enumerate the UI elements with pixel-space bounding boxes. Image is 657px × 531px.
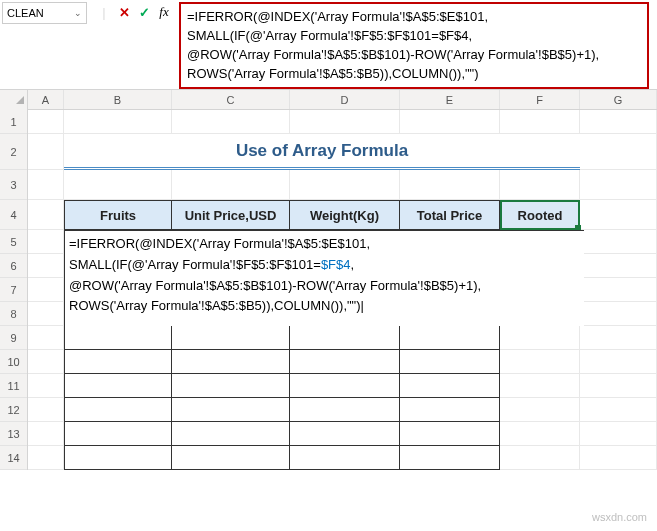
accept-icon[interactable]: ✓ [135, 5, 153, 20]
name-box-value: CLEAN [7, 7, 44, 19]
col-header-g[interactable]: G [580, 90, 657, 109]
col-header-d[interactable]: D [290, 90, 400, 109]
cell-formula-line-3: @ROW('Array Formula'!$A$5:$B$101)-ROW('A… [69, 276, 580, 297]
cells-area[interactable]: Use of Array Formula Fruits Unit Price,U… [28, 110, 657, 470]
cancel-icon[interactable]: ✕ [115, 5, 133, 20]
col-header-b[interactable]: B [64, 90, 172, 109]
table-row[interactable] [64, 446, 500, 470]
formula-line-2: SMALL(IF(@'Array Formula'!$F$5:$F$101=$F… [187, 27, 641, 46]
row-header-1[interactable]: 1 [0, 110, 27, 134]
cell-formula-line-4: ROWS('Array Formula'!$A$5:$B5)),COLUMN()… [69, 296, 580, 317]
col-header-f[interactable]: F [500, 90, 580, 109]
row-header-14[interactable]: 14 [0, 446, 27, 470]
row-header-12[interactable]: 12 [0, 398, 27, 422]
formula-bar-input[interactable]: =IFERROR(@INDEX('Array Formula'!$A$5:$E$… [179, 2, 649, 89]
cell-formula-line-2: SMALL(IF(@'Array Formula'!$F$5:$F$101=$F… [69, 255, 580, 276]
in-cell-formula-edit[interactable]: =IFERROR(@INDEX('Array Formula'!$A$5:$E$… [64, 230, 584, 326]
page-title: Use of Array Formula [64, 134, 580, 170]
th-total-price: Total Price [400, 200, 500, 230]
table-row[interactable] [64, 374, 500, 398]
table-header-row: Fruits Unit Price,USD Weight(Kg) Total P… [64, 200, 580, 230]
column-headers: A B C D E F G [0, 90, 657, 110]
grid: 1 2 3 4 5 6 7 8 9 10 11 12 13 14 Use of … [0, 110, 657, 470]
th-unit-price: Unit Price,USD [172, 200, 290, 230]
table-row[interactable] [64, 350, 500, 374]
th-rooted-active-cell[interactable]: Rooted [500, 200, 580, 230]
separator: | [95, 5, 113, 20]
row-header-8[interactable]: 8 [0, 302, 27, 326]
row-headers: 1 2 3 4 5 6 7 8 9 10 11 12 13 14 [0, 110, 28, 470]
name-box[interactable]: CLEAN ⌄ [2, 2, 87, 24]
watermark: wsxdn.com [592, 511, 647, 523]
ref-f4: $F$4 [321, 257, 351, 272]
row-header-3[interactable]: 3 [0, 170, 27, 200]
row-header-2[interactable]: 2 [0, 134, 27, 170]
row-header-6[interactable]: 6 [0, 254, 27, 278]
col-header-a[interactable]: A [28, 90, 64, 109]
select-all-corner[interactable] [0, 90, 28, 110]
th-weight: Weight(Kg) [290, 200, 400, 230]
table-body-empty [64, 326, 500, 470]
fx-icon[interactable]: fx [155, 4, 173, 20]
th-fruits: Fruits [64, 200, 172, 230]
table-row[interactable] [64, 326, 500, 350]
row-header-5[interactable]: 5 [0, 230, 27, 254]
row-header-4[interactable]: 4 [0, 200, 27, 230]
cell-formula-line-1: =IFERROR(@INDEX('Array Formula'!$A$5:$E$… [69, 234, 580, 255]
col-header-e[interactable]: E [400, 90, 500, 109]
table-row[interactable] [64, 398, 500, 422]
row-header-13[interactable]: 13 [0, 422, 27, 446]
table-row[interactable] [64, 422, 500, 446]
formula-line-4: ROWS('Array Formula'!$A$5:$B5)),COLUMN()… [187, 65, 641, 84]
formula-line-3: @ROW('Array Formula'!$A$5:$B$101)-ROW('A… [187, 46, 641, 65]
dropdown-icon[interactable]: ⌄ [74, 8, 82, 18]
row-header-10[interactable]: 10 [0, 350, 27, 374]
formula-line-1: =IFERROR(@INDEX('Array Formula'!$A$5:$E$… [187, 8, 641, 27]
col-header-c[interactable]: C [172, 90, 290, 109]
row-header-7[interactable]: 7 [0, 278, 27, 302]
formula-bar-icons: | ✕ ✓ fx [89, 0, 179, 22]
row-header-11[interactable]: 11 [0, 374, 27, 398]
formula-bar-row: CLEAN ⌄ | ✕ ✓ fx =IFERROR(@INDEX('Array … [0, 0, 657, 90]
corner-triangle-icon [16, 96, 24, 104]
row-header-9[interactable]: 9 [0, 326, 27, 350]
